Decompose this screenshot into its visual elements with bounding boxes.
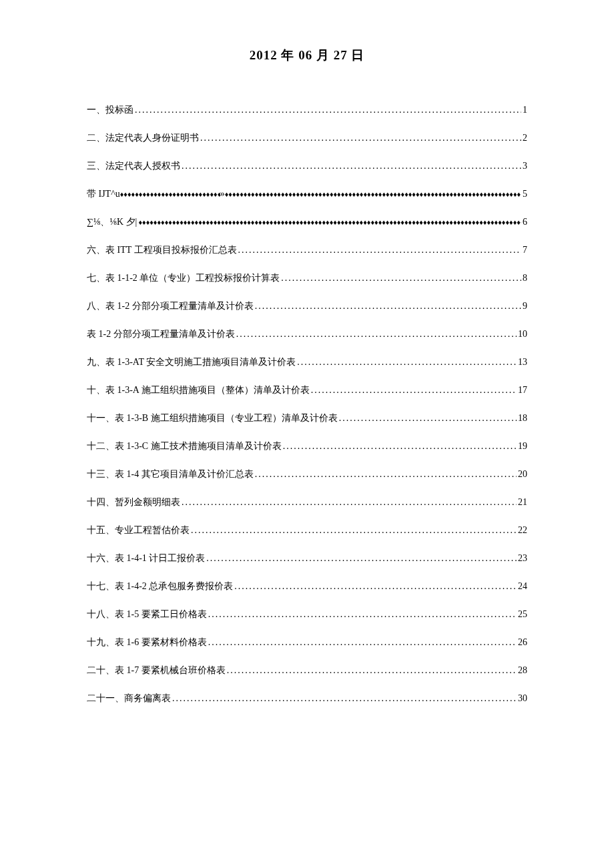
toc-entry-label: 十七、表 1-4-2 总承包服务费报价表 [87,580,233,592]
toc-leader-dots [208,609,517,620]
toc-page-number: 18 [517,413,527,424]
toc-leader-dots [297,357,517,368]
toc-page-number: 13 [517,357,527,368]
toc-page-number: 10 [517,329,527,340]
toc-entry-label: 十、表 1-3-A 施工组织措施项目（整体）清单及计价表 [87,384,310,396]
toc-entry-label: 二十一、商务偏离表 [87,693,171,705]
toc-page-number: 28 [517,665,527,676]
toc-leader-diamonds [225,190,521,198]
toc-entry: 二、法定代表人身份证明书2 [87,132,527,144]
toc-leader-dots [208,637,517,648]
toc-entry-label: 十八、表 1-5 要紧工日价格表 [87,608,207,620]
toc-entry-label: 十六、表 1-4-1 计日工报价表 [87,552,205,564]
toc-leader-dots [206,553,517,564]
toc-leader-dots [182,161,521,171]
toc-entry: 带 IJT^u»5 [87,188,527,200]
toc-entry: 九、表 1-3-AT 安全文明施工措施项目清单及计价表13 [87,356,527,368]
toc-entry: 二十一、商务偏离表30 [87,693,527,705]
toc-entry-label: 七、表 1-1-2 单位（专业）工程投标报价计算表 [87,272,280,284]
toc-leader-dots [283,441,517,452]
toc-page-number: 1 [521,105,527,115]
toc-leader-dots [255,301,521,312]
toc-entry-label: 六、表 ITT 工程项目投标报价汇总表 [87,244,237,256]
toc-leader-dots [135,105,521,115]
toc-page-number: 2 [521,133,527,143]
toc-entry-label: 表 1-2 分部分项工程量清单及计价表 [87,328,235,340]
toc-page-number: 6 [521,217,527,228]
toc-entry: ∑⅛、⅛K 夕|6 [87,216,527,228]
toc-page-number: 26 [517,637,527,648]
toc-page-number: 30 [517,693,527,704]
toc-entry: 一、投标函1 [87,104,527,116]
toc-page-number: 22 [517,525,527,536]
toc-entry-label: 十五、专业工程暂估价表 [87,524,190,536]
toc-entry: 六、表 ITT 工程项目投标报价汇总表7 [87,244,527,256]
toc-entry: 十二、表 1-3-C 施工技术措施项目清单及计价表19 [87,440,527,452]
toc-leader-diamonds [120,190,220,198]
toc-entry-label: 十二、表 1-3-C 施工技术措施项目清单及计价表 [87,440,282,452]
toc-page-number: 25 [517,609,527,620]
toc-entry: 十七、表 1-4-2 总承包服务费报价表24 [87,580,527,592]
toc-leader-dots [238,245,521,256]
toc-entry-label: 三、法定代表人授权书 [87,160,180,172]
toc-entry-label: 十三、表 1-4 其它项目清单及计价汇总表 [87,468,254,480]
toc-leader-dots [182,497,517,508]
toc-page-number: 8 [521,273,527,284]
toc-entry-label: 带 IJT^u [87,188,120,200]
toc-leader-dots [339,413,517,424]
toc-entry: 十八、表 1-5 要紧工日价格表25 [87,608,527,620]
toc-leader-diamonds [138,218,521,226]
toc-entry-label: 十九、表 1-6 要紧材料价格表 [87,636,207,648]
toc-entry: 十一、表 1-3-B 施工组织措施项目（专业工程）清单及计价表18 [87,412,527,424]
toc-entry: 十三、表 1-4 其它项目清单及计价汇总表20 [87,468,527,480]
toc-entry-label: 十一、表 1-3-B 施工组织措施项目（专业工程）清单及计价表 [87,412,338,424]
toc-leader-dots [200,133,521,143]
toc-page-number: 3 [521,161,527,171]
toc-page-number: 17 [517,385,527,396]
toc-entry: 二十、表 1-7 要紧机械台班价格表28 [87,665,527,677]
toc-entry: 表 1-2 分部分项工程量清单及计价表10 [87,328,527,340]
toc-entry: 三、法定代表人授权书3 [87,160,527,172]
toc-page-number: 24 [517,581,527,592]
toc-entry-label: 九、表 1-3-AT 安全文明施工措施项目清单及计价表 [87,356,296,368]
toc-entry: 十五、专业工程暂估价表22 [87,524,527,536]
toc-entry: 七、表 1-1-2 单位（专业）工程投标报价计算表8 [87,272,527,284]
toc-entry-label: 八、表 1-2 分部分项工程量清单及计价表 [87,300,254,312]
toc-entry: 十六、表 1-4-1 计日工报价表23 [87,552,527,564]
toc-leader-dots [281,273,521,284]
toc-leader-dots [255,469,517,480]
toc-page-number: 9 [521,301,527,312]
toc-leader-dots [236,329,517,340]
toc-page-number: 21 [517,497,527,508]
toc-entry: 十、表 1-3-A 施工组织措施项目（整体）清单及计价表17 [87,384,527,396]
toc-entry-label: 二、法定代表人身份证明书 [87,132,199,144]
toc-mid-symbol: » [220,189,225,199]
toc-page-number: 20 [517,469,527,480]
toc-entry: 十四、暂列金额明细表21 [87,496,527,508]
toc-entry-label: ∑⅛、⅛K 夕| [87,216,137,228]
toc-leader-dots [227,665,517,676]
toc-page-number: 7 [521,245,527,256]
document-date-title: 2012 年 06 月 27 日 [87,47,527,64]
toc-leader-dots [172,693,517,704]
toc-leader-dots [311,385,517,396]
toc-entry-label: 一、投标函 [87,104,133,116]
toc-entry: 八、表 1-2 分部分项工程量清单及计价表9 [87,300,527,312]
table-of-contents: 一、投标函1二、法定代表人身份证明书2三、法定代表人授权书3带 IJT^u»5∑… [87,104,527,705]
toc-leader-dots [191,525,517,536]
toc-entry: 十九、表 1-6 要紧材料价格表26 [87,636,527,648]
toc-page-number: 19 [517,441,527,452]
toc-leader-dots [234,581,517,592]
toc-page-number: 5 [521,189,527,199]
toc-entry-label: 十四、暂列金额明细表 [87,496,180,508]
toc-entry-label: 二十、表 1-7 要紧机械台班价格表 [87,665,226,677]
toc-page-number: 23 [517,553,527,564]
